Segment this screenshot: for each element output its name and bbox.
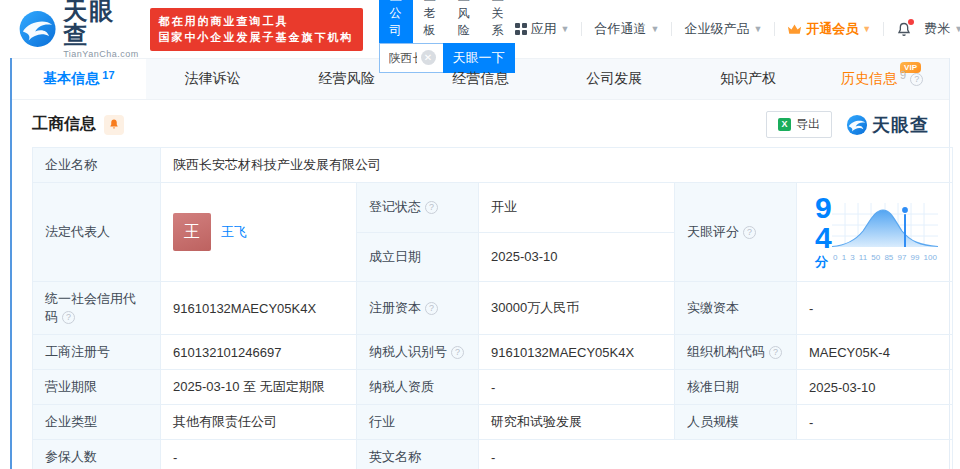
notification-bell-icon[interactable] <box>896 21 912 38</box>
nav-enterprise-label: 企业级产品 <box>684 20 749 38</box>
field-label-approval-date: 核准日期 <box>675 370 797 405</box>
export-label: 导出 <box>796 116 820 133</box>
apps-grid-icon <box>515 23 527 35</box>
username: 费米 <box>924 20 950 38</box>
tianyancha-logo[interactable]: 天眼查 TianYanCha.com <box>18 0 140 59</box>
page-container: 基本信息 17 法律诉讼 经营风险 经营信息 公司发展 知识产权 VIP 历史信… <box>10 58 950 469</box>
tab-label: 法律诉讼 <box>185 70 241 88</box>
subscribe-bell-icon[interactable] <box>104 115 124 135</box>
tab-company-development[interactable]: 公司发展 <box>547 59 681 99</box>
detail-tabs-bar: 基本信息 17 法律诉讼 经营风险 经营信息 公司发展 知识产权 VIP 历史信… <box>12 58 949 100</box>
business-info-table: 企业名称 陕西长安芯材科技产业发展有限公司 法定代表人 王 王飞 登记状态? 开… <box>32 147 953 469</box>
help-icon[interactable]: ? <box>451 346 464 359</box>
field-label-taxpayer-id: 纳税人识别号? <box>357 335 479 370</box>
field-label-reg-status: 登记状态? <box>357 183 479 233</box>
table-row: 工商注册号 610132101246697 纳税人识别号? 91610132MA… <box>33 335 953 370</box>
tab-label: 知识产权 <box>720 70 776 88</box>
help-icon[interactable]: ? <box>425 302 438 315</box>
watermark-logo: 天眼查 <box>846 113 929 137</box>
help-icon[interactable]: ? <box>425 201 438 214</box>
field-label-paid-capital: 实缴资本 <box>675 282 797 335</box>
legal-rep-avatar[interactable]: 王 <box>173 213 211 251</box>
table-row: 企业类型 其他有限责任公司 行业 研究和试验发展 人员规模 - <box>33 405 953 440</box>
field-value-credit-code: 91610132MAECY05K4X <box>161 282 357 335</box>
score-number: 94 <box>815 191 832 254</box>
notification-dot <box>908 19 914 25</box>
nav-divider <box>671 22 672 36</box>
field-label-taxpayer-qualification: 纳税人资质 <box>357 370 479 405</box>
field-label-english-name: 英文名称 <box>357 440 479 469</box>
field-label-insured-count: 参保人数 <box>33 440 161 469</box>
chevron-down-icon: ▼ <box>862 24 871 34</box>
tab-basic-info[interactable]: 基本信息 17 <box>12 59 146 99</box>
field-label-industry: 行业 <box>357 405 479 440</box>
field-label-staff-size: 人员规模 <box>675 405 797 440</box>
nav-user[interactable]: 费米 ▼ <box>924 20 960 38</box>
nav-partner[interactable]: 合作通道 ▼ <box>594 20 659 38</box>
nav-divider <box>581 22 582 36</box>
tab-legal[interactable]: 法律诉讼 <box>146 59 280 99</box>
field-value-legal-rep: 王 王飞 <box>161 183 357 282</box>
score-distribution-chart[interactable]: 01 311 5085 9799 100 <box>832 203 938 262</box>
nav-divider <box>883 22 884 36</box>
table-row: 参保人数 - 英文名称 - <box>33 440 953 469</box>
table-row: 企业名称 陕西长安芯材科技产业发展有限公司 <box>33 148 953 183</box>
section-title: 工商信息 <box>32 114 96 135</box>
tab-business-info[interactable]: 经营信息 <box>414 59 548 99</box>
field-label-company-type: 企业类型 <box>33 405 161 440</box>
tab-intellectual-property[interactable]: 知识产权 <box>681 59 815 99</box>
search-tab-risk[interactable]: 查风险 <box>447 0 481 43</box>
field-label-org-code: 组织机构代码? <box>675 335 797 370</box>
nav-divider <box>774 22 775 36</box>
help-icon[interactable]: ? <box>743 226 756 239</box>
tab-label: 基本信息 <box>43 70 99 88</box>
field-value-est-date: 2025-03-10 <box>479 232 675 282</box>
field-label-company-name: 企业名称 <box>33 148 161 183</box>
chevron-down-icon: ▼ <box>954 24 960 34</box>
score-value[interactable]: 94分 <box>815 193 832 271</box>
field-value-score: 94分 <box>797 183 953 282</box>
field-value-staff-size: - <box>797 405 953 440</box>
nav-apps[interactable]: 应用 ▼ <box>515 20 570 38</box>
field-value-company-type: 其他有限责任公司 <box>161 405 357 440</box>
distribution-area <box>832 210 938 247</box>
top-header: 天眼查 TianYanCha.com 都在用的商业查询工具 国家中小企业发展子基… <box>0 0 960 58</box>
tab-count: 17 <box>102 69 114 81</box>
search-tab-boss[interactable]: 查老板 <box>413 0 447 43</box>
field-value-taxpayer-id: 91610132MAECY05K4X <box>479 335 675 370</box>
nav-vip[interactable]: 开通会员 ▼ <box>787 20 871 38</box>
field-label-business-term: 营业期限 <box>33 370 161 405</box>
logo-domain: TianYanCha.com <box>63 50 139 59</box>
legal-rep-link[interactable]: 王飞 <box>221 223 247 241</box>
eye-logo-icon <box>846 114 868 136</box>
nav-enterprise[interactable]: 企业级产品 ▼ <box>684 20 762 38</box>
tab-operation-risk[interactable]: 经营风险 <box>280 59 414 99</box>
nav-apps-label: 应用 <box>531 20 557 38</box>
search-tab-company[interactable]: 查公司 <box>379 0 413 43</box>
chevron-down-icon: ▼ <box>753 24 762 34</box>
export-button[interactable]: X 导出 <box>766 111 832 138</box>
tab-count: 9 <box>900 69 906 81</box>
chevron-down-icon: ▼ <box>650 24 659 34</box>
section-header: 工商信息 X 导出 天眼查 <box>12 100 949 147</box>
help-icon[interactable]: ? <box>910 73 923 86</box>
field-label-reg-number: 工商注册号 <box>33 335 161 370</box>
help-icon[interactable]: ? <box>62 311 75 324</box>
field-value-industry: 研究和试验发展 <box>479 405 675 440</box>
watermark-text: 天眼查 <box>872 113 929 137</box>
table-row: 统一社会信用代码? 91610132MAECY05K4X 注册资本? 30000… <box>33 282 953 335</box>
table-row: 营业期限 2025-03-10 至 无固定期限 纳税人资质 - 核准日期 202… <box>33 370 953 405</box>
tab-history-info[interactable]: VIP 历史信息 9 ? <box>815 59 949 99</box>
promo-line2: 国家中小企业发展子基金旗下机构 <box>159 29 354 46</box>
field-label-est-date: 成立日期 <box>357 232 479 282</box>
field-value-reg-number: 610132101246697 <box>161 335 357 370</box>
field-value-reg-status: 开业 <box>479 183 675 233</box>
field-label-score: 天眼评分? <box>675 183 797 282</box>
help-icon[interactable]: ? <box>769 346 782 359</box>
chart-x-axis: 01 311 5085 9799 100 <box>832 252 938 262</box>
field-value-english-name: - <box>479 440 953 469</box>
search-tab-relation[interactable]: 查关系 <box>481 0 515 43</box>
field-value-paid-capital: - <box>797 282 953 335</box>
tab-label: 历史信息 <box>841 70 897 88</box>
field-label-credit-code: 统一社会信用代码? <box>33 282 161 335</box>
